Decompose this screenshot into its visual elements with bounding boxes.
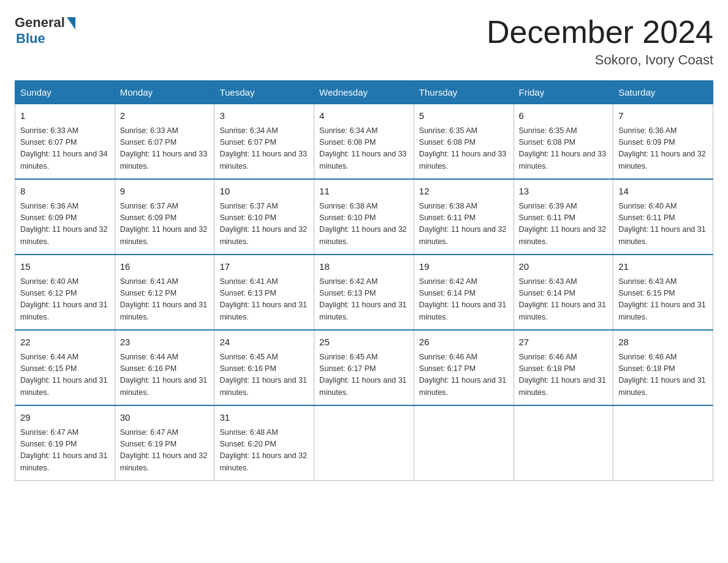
month-title: December 2024 xyxy=(487,15,713,50)
day-info: Sunrise: 6:43 AM Sunset: 6:15 PM Dayligh… xyxy=(618,276,708,324)
day-number: 25 xyxy=(319,335,409,350)
calendar-cell: 2 Sunrise: 6:33 AM Sunset: 6:07 PM Dayli… xyxy=(115,104,214,180)
day-number: 9 xyxy=(120,185,210,199)
calendar-cell: 5 Sunrise: 6:35 AM Sunset: 6:08 PM Dayli… xyxy=(414,104,514,180)
location-subtitle: Sokoro, Ivory Coast xyxy=(487,52,713,68)
weekday-header-friday: Friday xyxy=(514,81,613,104)
day-info: Sunrise: 6:43 AM Sunset: 6:14 PM Dayligh… xyxy=(519,276,609,324)
calendar-week-row: 1 Sunrise: 6:33 AM Sunset: 6:07 PM Dayli… xyxy=(15,104,713,180)
day-number: 24 xyxy=(219,335,309,350)
weekday-header-sunday: Sunday xyxy=(15,81,115,104)
weekday-header-saturday: Saturday xyxy=(613,81,713,104)
day-info: Sunrise: 6:40 AM Sunset: 6:11 PM Dayligh… xyxy=(618,201,708,248)
calendar-cell xyxy=(314,405,414,481)
calendar-cell xyxy=(613,405,713,481)
calendar-cell xyxy=(514,405,613,481)
day-number: 2 xyxy=(120,109,210,123)
day-info: Sunrise: 6:48 AM Sunset: 6:20 PM Dayligh… xyxy=(219,427,309,475)
day-info: Sunrise: 6:46 AM Sunset: 6:18 PM Dayligh… xyxy=(519,351,609,399)
day-info: Sunrise: 6:39 AM Sunset: 6:11 PM Dayligh… xyxy=(519,201,609,248)
day-info: Sunrise: 6:44 AM Sunset: 6:16 PM Dayligh… xyxy=(120,351,210,399)
calendar-week-row: 15 Sunrise: 6:40 AM Sunset: 6:12 PM Dayl… xyxy=(15,255,713,330)
day-info: Sunrise: 6:35 AM Sunset: 6:08 PM Dayligh… xyxy=(519,125,609,173)
day-number: 20 xyxy=(519,260,609,274)
calendar-header-row: SundayMondayTuesdayWednesdayThursdayFrid… xyxy=(15,81,713,104)
day-info: Sunrise: 6:45 AM Sunset: 6:17 PM Dayligh… xyxy=(319,351,409,399)
day-info: Sunrise: 6:34 AM Sunset: 6:07 PM Dayligh… xyxy=(219,125,309,173)
day-number: 15 xyxy=(20,260,110,274)
logo-arrow-icon xyxy=(67,17,75,29)
day-number: 21 xyxy=(618,260,708,274)
calendar-cell: 18 Sunrise: 6:42 AM Sunset: 6:13 PM Dayl… xyxy=(314,255,414,330)
weekday-header-tuesday: Tuesday xyxy=(214,81,314,104)
calendar-cell: 15 Sunrise: 6:40 AM Sunset: 6:12 PM Dayl… xyxy=(15,255,115,330)
day-number: 26 xyxy=(419,335,509,350)
calendar-cell: 27 Sunrise: 6:46 AM Sunset: 6:18 PM Dayl… xyxy=(514,330,613,405)
logo: General Blue xyxy=(15,15,75,47)
calendar-cell: 6 Sunrise: 6:35 AM Sunset: 6:08 PM Dayli… xyxy=(514,104,613,180)
day-number: 12 xyxy=(419,185,509,199)
day-info: Sunrise: 6:41 AM Sunset: 6:12 PM Dayligh… xyxy=(120,276,210,324)
calendar-cell: 17 Sunrise: 6:41 AM Sunset: 6:13 PM Dayl… xyxy=(214,255,314,330)
day-info: Sunrise: 6:38 AM Sunset: 6:11 PM Dayligh… xyxy=(419,201,509,248)
page-header: General Blue December 2024 Sokoro, Ivory… xyxy=(15,15,713,68)
calendar-cell: 10 Sunrise: 6:37 AM Sunset: 6:10 PM Dayl… xyxy=(214,179,314,255)
calendar-cell: 19 Sunrise: 6:42 AM Sunset: 6:14 PM Dayl… xyxy=(414,255,514,330)
logo-general-text: General xyxy=(15,15,65,31)
calendar-cell: 21 Sunrise: 6:43 AM Sunset: 6:15 PM Dayl… xyxy=(613,255,713,330)
day-number: 27 xyxy=(519,335,609,350)
calendar-week-row: 22 Sunrise: 6:44 AM Sunset: 6:15 PM Dayl… xyxy=(15,330,713,405)
calendar-week-row: 29 Sunrise: 6:47 AM Sunset: 6:19 PM Dayl… xyxy=(15,405,713,481)
calendar-cell: 12 Sunrise: 6:38 AM Sunset: 6:11 PM Dayl… xyxy=(414,179,514,255)
weekday-header-monday: Monday xyxy=(115,81,214,104)
logo-blue-text: Blue xyxy=(16,31,45,47)
day-info: Sunrise: 6:47 AM Sunset: 6:19 PM Dayligh… xyxy=(120,427,210,475)
day-info: Sunrise: 6:38 AM Sunset: 6:10 PM Dayligh… xyxy=(319,201,409,248)
day-info: Sunrise: 6:37 AM Sunset: 6:09 PM Dayligh… xyxy=(120,201,210,248)
day-number: 31 xyxy=(219,411,309,425)
day-number: 7 xyxy=(618,109,708,123)
day-number: 10 xyxy=(219,185,309,199)
day-info: Sunrise: 6:42 AM Sunset: 6:13 PM Dayligh… xyxy=(319,276,409,324)
calendar-cell: 7 Sunrise: 6:36 AM Sunset: 6:09 PM Dayli… xyxy=(613,104,713,180)
weekday-header-wednesday: Wednesday xyxy=(314,81,414,104)
day-number: 30 xyxy=(120,411,210,425)
calendar-cell: 8 Sunrise: 6:36 AM Sunset: 6:09 PM Dayli… xyxy=(15,179,115,255)
day-info: Sunrise: 6:42 AM Sunset: 6:14 PM Dayligh… xyxy=(419,276,509,324)
calendar-cell: 16 Sunrise: 6:41 AM Sunset: 6:12 PM Dayl… xyxy=(115,255,214,330)
day-number: 23 xyxy=(120,335,210,350)
calendar-cell: 13 Sunrise: 6:39 AM Sunset: 6:11 PM Dayl… xyxy=(514,179,613,255)
day-number: 17 xyxy=(219,260,309,274)
calendar-cell: 1 Sunrise: 6:33 AM Sunset: 6:07 PM Dayli… xyxy=(15,104,115,180)
day-number: 6 xyxy=(519,109,609,123)
calendar-week-row: 8 Sunrise: 6:36 AM Sunset: 6:09 PM Dayli… xyxy=(15,179,713,255)
calendar-cell: 14 Sunrise: 6:40 AM Sunset: 6:11 PM Dayl… xyxy=(613,179,713,255)
day-number: 11 xyxy=(319,185,409,199)
day-info: Sunrise: 6:35 AM Sunset: 6:08 PM Dayligh… xyxy=(419,125,509,173)
calendar-cell: 9 Sunrise: 6:37 AM Sunset: 6:09 PM Dayli… xyxy=(115,179,214,255)
calendar-cell: 22 Sunrise: 6:44 AM Sunset: 6:15 PM Dayl… xyxy=(15,330,115,405)
day-number: 8 xyxy=(20,185,110,199)
calendar-cell: 11 Sunrise: 6:38 AM Sunset: 6:10 PM Dayl… xyxy=(314,179,414,255)
day-number: 4 xyxy=(319,109,409,123)
day-info: Sunrise: 6:36 AM Sunset: 6:09 PM Dayligh… xyxy=(20,201,110,248)
day-info: Sunrise: 6:44 AM Sunset: 6:15 PM Dayligh… xyxy=(20,351,110,399)
day-number: 1 xyxy=(20,109,110,123)
day-number: 5 xyxy=(419,109,509,123)
day-info: Sunrise: 6:40 AM Sunset: 6:12 PM Dayligh… xyxy=(20,276,110,324)
day-number: 16 xyxy=(120,260,210,274)
day-info: Sunrise: 6:46 AM Sunset: 6:18 PM Dayligh… xyxy=(618,351,708,399)
calendar-cell: 25 Sunrise: 6:45 AM Sunset: 6:17 PM Dayl… xyxy=(314,330,414,405)
calendar-cell: 29 Sunrise: 6:47 AM Sunset: 6:19 PM Dayl… xyxy=(15,405,115,481)
calendar-cell: 28 Sunrise: 6:46 AM Sunset: 6:18 PM Dayl… xyxy=(613,330,713,405)
calendar-cell: 31 Sunrise: 6:48 AM Sunset: 6:20 PM Dayl… xyxy=(214,405,314,481)
calendar-cell: 30 Sunrise: 6:47 AM Sunset: 6:19 PM Dayl… xyxy=(115,405,214,481)
day-number: 3 xyxy=(219,109,309,123)
weekday-header-thursday: Thursday xyxy=(414,81,514,104)
day-info: Sunrise: 6:41 AM Sunset: 6:13 PM Dayligh… xyxy=(219,276,309,324)
day-number: 14 xyxy=(618,185,708,199)
calendar-cell: 26 Sunrise: 6:46 AM Sunset: 6:17 PM Dayl… xyxy=(414,330,514,405)
calendar-cell xyxy=(414,405,514,481)
calendar-cell: 4 Sunrise: 6:34 AM Sunset: 6:08 PM Dayli… xyxy=(314,104,414,180)
day-info: Sunrise: 6:37 AM Sunset: 6:10 PM Dayligh… xyxy=(219,201,309,248)
